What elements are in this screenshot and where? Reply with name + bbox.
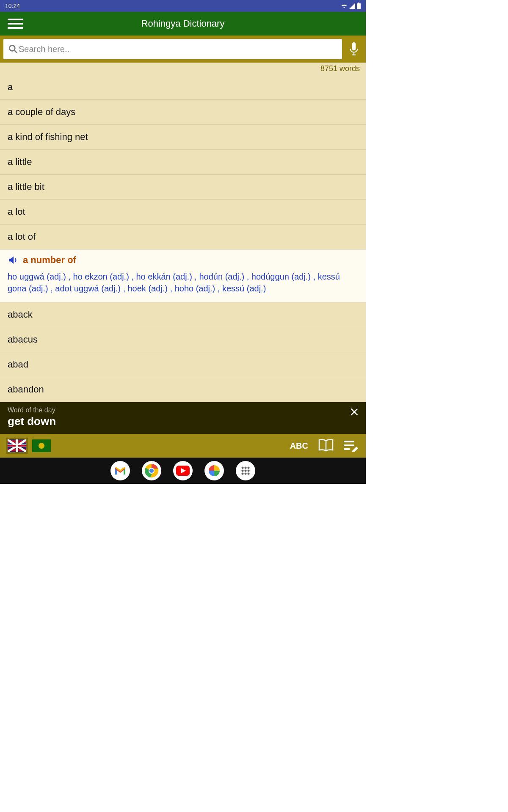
menu-button[interactable]	[8, 15, 25, 32]
book-icon[interactable]	[318, 438, 334, 453]
list-item[interactable]: abad	[0, 352, 366, 377]
youtube-app-icon[interactable]	[173, 461, 193, 480]
chrome-app-icon[interactable]	[142, 461, 161, 480]
svg-rect-4	[352, 42, 356, 50]
status-bar: 10:24	[0, 0, 366, 12]
status-icons	[341, 3, 361, 9]
word-of-the-day-banner[interactable]: Word of the day get down	[0, 402, 366, 434]
flag-rohingya[interactable]	[32, 439, 51, 452]
svg-rect-7	[344, 441, 354, 442]
expanded-definitions[interactable]: ho uggwá (adj.) , ho ekzon (adj.) , ho e…	[8, 271, 358, 294]
microphone-icon	[348, 42, 359, 56]
svg-point-15	[245, 467, 247, 469]
abc-button[interactable]: ABC	[290, 441, 308, 451]
search-box[interactable]	[3, 39, 342, 59]
svg-point-16	[248, 467, 250, 469]
svg-point-21	[245, 473, 247, 475]
flag-english[interactable]	[8, 439, 26, 452]
search-icon	[8, 44, 19, 55]
edit-list-icon[interactable]	[344, 440, 358, 452]
svg-point-17	[242, 470, 244, 472]
search-input[interactable]	[19, 44, 338, 54]
svg-line-3	[14, 50, 17, 52]
svg-point-19	[248, 470, 250, 472]
apps-drawer-icon[interactable]	[236, 461, 255, 480]
toolbar: ABC	[0, 434, 366, 458]
word-count: 8751 words	[0, 63, 366, 75]
svg-rect-1	[358, 3, 359, 3]
speaker-icon[interactable]	[8, 255, 19, 266]
wotd-word: get down	[8, 415, 358, 428]
list-item[interactable]: abandon	[0, 377, 366, 402]
list-item[interactable]: a kind of fishing net	[0, 125, 366, 150]
list-item[interactable]: abacus	[0, 327, 366, 352]
list-item[interactable]: a couple of days	[0, 100, 366, 125]
svg-point-2	[9, 45, 15, 51]
list-item[interactable]: aback	[0, 302, 366, 327]
status-time: 10:24	[5, 3, 20, 9]
svg-point-18	[245, 470, 247, 472]
list-item[interactable]: a little	[0, 150, 366, 175]
list-item[interactable]: a little bit	[0, 175, 366, 200]
list-item[interactable]: a lot	[0, 200, 366, 225]
svg-point-12	[149, 469, 154, 473]
wifi-icon	[341, 3, 348, 9]
svg-rect-9	[344, 448, 350, 450]
photos-app-icon[interactable]	[204, 461, 224, 480]
close-button[interactable]	[350, 407, 359, 418]
svg-rect-8	[344, 444, 354, 446]
expanded-word: a number of	[23, 255, 76, 266]
gmail-app-icon[interactable]	[110, 461, 130, 480]
search-bar	[0, 36, 366, 63]
language-flags	[8, 439, 51, 452]
svg-point-14	[242, 467, 244, 469]
word-list[interactable]: a a couple of days a kind of fishing net…	[0, 75, 366, 402]
list-item[interactable]: a	[0, 75, 366, 100]
close-icon	[350, 407, 359, 417]
app-header: Rohingya Dictionary	[0, 12, 366, 36]
voice-search-button[interactable]	[345, 41, 362, 58]
list-item[interactable]: a lot of	[0, 225, 366, 250]
svg-point-22	[248, 473, 250, 475]
svg-point-20	[242, 473, 244, 475]
signal-icon	[349, 3, 355, 9]
svg-rect-0	[357, 3, 361, 9]
wotd-label: Word of the day	[8, 406, 358, 414]
battery-icon	[357, 3, 361, 9]
system-nav	[0, 458, 366, 484]
expanded-entry: a number of ho uggwá (adj.) , ho ekzon (…	[0, 250, 366, 302]
app-title: Rohingya Dictionary	[141, 18, 225, 29]
